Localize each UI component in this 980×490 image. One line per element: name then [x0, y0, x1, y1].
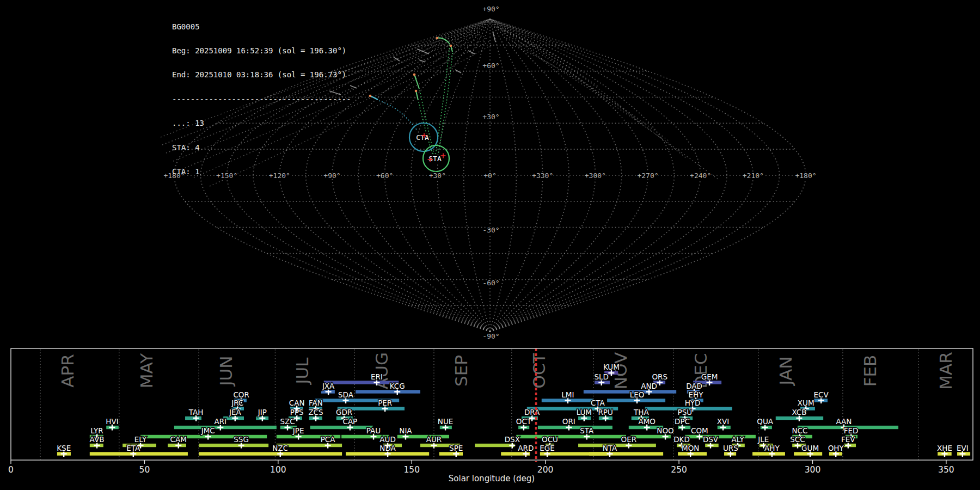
shower-label-OCU: OCU: [542, 435, 558, 444]
shower-label-KUM: KUM: [603, 363, 620, 371]
shower-label-KSE: KSE: [57, 444, 71, 452]
shower-label-GUM: GUM: [801, 444, 819, 452]
shower-bar-ARI: [174, 426, 277, 429]
x-axis-title: Solar longitude (deg): [449, 474, 535, 483]
month-label-SEP: SEP: [451, 355, 471, 387]
x-axis-tick-label: 150: [403, 465, 420, 475]
shower-bar-AHY: [752, 452, 785, 455]
shower-label-CAP: CAP: [342, 417, 357, 426]
shower-label-ORI: ORI: [562, 417, 575, 426]
shower-label-SDA: SDA: [338, 390, 354, 399]
shower-label-COR: COR: [233, 390, 249, 399]
shower-label-JPE: JPE: [292, 426, 304, 435]
shower-label-XUM: XUM: [798, 399, 814, 407]
shower-label-OHY: OHY: [828, 444, 844, 452]
shower-label-PER: PER: [378, 399, 392, 407]
shower-label-AAN: AAN: [836, 417, 852, 426]
month-label-JAN: JAN: [776, 357, 795, 387]
month-label-FEB: FEB: [860, 355, 880, 387]
shower-bar-KCG: [356, 390, 420, 393]
shower-label-MON: MON: [682, 444, 699, 452]
x-axis-tick-label: 200: [537, 465, 554, 475]
month-label-OCT: OCT: [529, 352, 549, 388]
shower-label-NOO: NOO: [657, 426, 673, 435]
shower-bar-STA: [516, 435, 626, 438]
shower-label-CAN: CAN: [289, 399, 305, 407]
shower-label-SCC: SCC: [790, 435, 805, 444]
shower-label-JIP: JIP: [258, 408, 267, 416]
shower-label-NTA: NTA: [603, 444, 617, 452]
shower-bar-OER: [578, 444, 656, 447]
shower-label-COM: COM: [691, 426, 708, 435]
shower-label-SZC: SZC: [280, 417, 295, 426]
station-id: BG0005: [172, 23, 351, 31]
shower-bar-SPE: [439, 452, 463, 455]
shower-label-PSU: PSU: [678, 408, 693, 416]
shower-bar-SSG: [199, 444, 268, 447]
shower-label-STA: STA: [580, 426, 594, 435]
shower-label-AVB: AVB: [90, 435, 105, 444]
sporadic-count: ...: 13: [172, 119, 351, 127]
shower-label-TAH: TAH: [188, 408, 204, 416]
shower-label-HVI: HVI: [106, 417, 118, 426]
shower-label-ARD: ARD: [518, 444, 534, 452]
shower-label-AUD: AUD: [379, 435, 396, 444]
header-info: BG0005 Beg: 20251009 16:52:39 (sol = 196…: [172, 7, 351, 184]
shower-label-EHY: EHY: [689, 390, 704, 399]
shower-label-SPE: SPE: [449, 444, 463, 452]
month-label-JUL: JUL: [292, 357, 312, 385]
shower-bar-ERI: [324, 381, 399, 384]
shower-label-AND: AND: [641, 382, 657, 390]
x-axis-tick-label: 250: [671, 465, 687, 475]
shower-label-AHY: AHY: [764, 444, 780, 452]
shower-label-CAM: CAM: [170, 435, 187, 444]
shower-label-PCA: PCA: [321, 435, 336, 444]
shower-label-DKD: DKD: [673, 435, 690, 444]
cta-count: CTA: 1: [172, 168, 351, 176]
shower-label-XCB: XCB: [792, 408, 806, 416]
shower-label-JEA: JEA: [229, 408, 242, 416]
month-label-MAY: MAY: [137, 353, 156, 389]
shower-label-CTA: CTA: [591, 399, 605, 407]
shower-label-NCC: NCC: [792, 426, 807, 435]
shower-label-JMC: JMC: [201, 426, 215, 435]
shower-label-NUE: NUE: [438, 417, 454, 426]
x-axis-tick-label: 50: [139, 465, 150, 475]
x-axis-tick-label: 300: [805, 465, 821, 475]
shower-label-ARI: ARI: [215, 417, 227, 426]
shower-label-EGE: EGE: [540, 444, 555, 452]
shower-label-SSG: SSG: [234, 435, 249, 444]
shower-label-LEO: LEO: [630, 390, 645, 399]
shower-label-AUR: AUR: [426, 435, 442, 444]
shower-label-ALY: ALY: [731, 435, 744, 444]
shower-bar-ORI: [538, 426, 612, 429]
month-label-MAR: MAR: [936, 352, 955, 390]
x-axis-tick-label: 0: [8, 465, 14, 475]
shower-label-KCG: KCG: [390, 382, 405, 390]
shower-label-LMI: LMI: [561, 390, 574, 399]
shower-bar-NTA: [589, 452, 663, 455]
shower-bar-CAP: [310, 426, 373, 429]
shower-label-GDR: GDR: [336, 408, 352, 416]
shower-label-LYR: LYR: [90, 426, 103, 435]
shower-bar-DSX: [475, 444, 514, 447]
shower-label-FED: FED: [844, 426, 859, 435]
shower-bar-NZC: [199, 452, 342, 455]
shower-label-DRA: DRA: [524, 408, 540, 416]
separator-line: ---------------------------------------: [172, 95, 351, 103]
begin-time-line: Beg: 20251009 16:52:39 (sol = 196.30°): [172, 47, 351, 55]
shower-label-LUM: LUM: [577, 408, 592, 416]
shower-label-NZC: NZC: [272, 444, 288, 452]
shower-label-XHE: XHE: [937, 444, 952, 452]
shower-label-RPU: RPU: [598, 408, 612, 416]
shower-label-PAU: PAU: [366, 426, 381, 435]
shower-label-ORS: ORS: [652, 372, 667, 381]
shower-label-JLE: JLE: [757, 435, 769, 444]
shower-label-AMO: AMO: [638, 417, 656, 426]
shower-bar-COM: [685, 435, 756, 438]
shower-label-URS: URS: [723, 444, 738, 452]
shower-label-FEV: FEV: [841, 435, 855, 444]
month-label-APR: APR: [58, 354, 77, 387]
shower-label-FAN: FAN: [309, 399, 323, 407]
shower-label-XVI: XVI: [717, 417, 729, 426]
